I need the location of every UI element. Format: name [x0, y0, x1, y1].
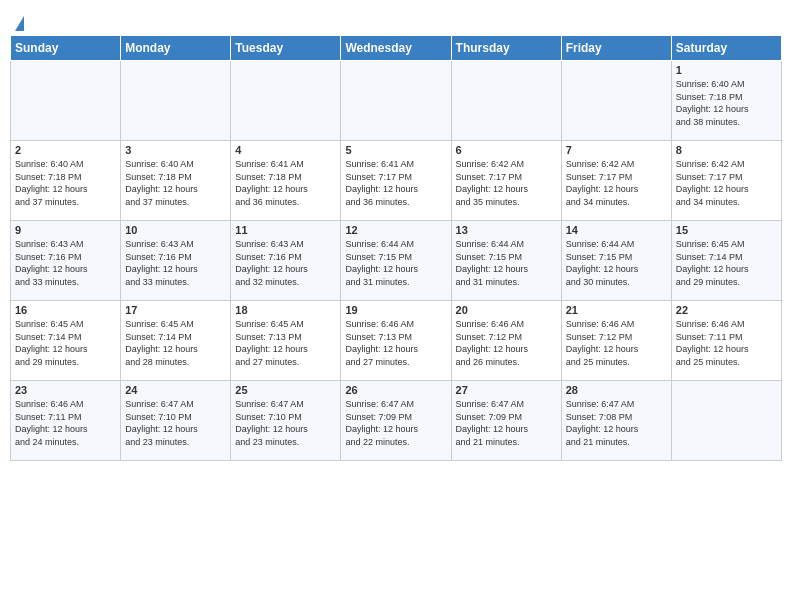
- calendar-cell: 19Sunrise: 6:46 AM Sunset: 7:13 PM Dayli…: [341, 301, 451, 381]
- cell-sun-info: Sunrise: 6:41 AM Sunset: 7:17 PM Dayligh…: [345, 158, 446, 208]
- day-number: 18: [235, 304, 336, 316]
- cell-sun-info: Sunrise: 6:42 AM Sunset: 7:17 PM Dayligh…: [676, 158, 777, 208]
- cell-sun-info: Sunrise: 6:43 AM Sunset: 7:16 PM Dayligh…: [125, 238, 226, 288]
- cell-sun-info: Sunrise: 6:46 AM Sunset: 7:11 PM Dayligh…: [15, 398, 116, 448]
- cell-sun-info: Sunrise: 6:47 AM Sunset: 7:09 PM Dayligh…: [456, 398, 557, 448]
- calendar-cell: 20Sunrise: 6:46 AM Sunset: 7:12 PM Dayli…: [451, 301, 561, 381]
- calendar-cell: 21Sunrise: 6:46 AM Sunset: 7:12 PM Dayli…: [561, 301, 671, 381]
- calendar-week-row: 16Sunrise: 6:45 AM Sunset: 7:14 PM Dayli…: [11, 301, 782, 381]
- day-header-monday: Monday: [121, 36, 231, 61]
- calendar-cell: 5Sunrise: 6:41 AM Sunset: 7:17 PM Daylig…: [341, 141, 451, 221]
- day-number: 7: [566, 144, 667, 156]
- day-number: 19: [345, 304, 446, 316]
- day-number: 8: [676, 144, 777, 156]
- cell-sun-info: Sunrise: 6:46 AM Sunset: 7:12 PM Dayligh…: [566, 318, 667, 368]
- calendar-cell: [11, 61, 121, 141]
- cell-sun-info: Sunrise: 6:45 AM Sunset: 7:14 PM Dayligh…: [676, 238, 777, 288]
- day-number: 26: [345, 384, 446, 396]
- calendar-cell: 25Sunrise: 6:47 AM Sunset: 7:10 PM Dayli…: [231, 381, 341, 461]
- day-number: 12: [345, 224, 446, 236]
- calendar-cell: 27Sunrise: 6:47 AM Sunset: 7:09 PM Dayli…: [451, 381, 561, 461]
- cell-sun-info: Sunrise: 6:44 AM Sunset: 7:15 PM Dayligh…: [566, 238, 667, 288]
- calendar-header-row: SundayMondayTuesdayWednesdayThursdayFrid…: [11, 36, 782, 61]
- calendar-cell: 22Sunrise: 6:46 AM Sunset: 7:11 PM Dayli…: [671, 301, 781, 381]
- logo-triangle-icon: [15, 16, 24, 31]
- calendar-cell: 11Sunrise: 6:43 AM Sunset: 7:16 PM Dayli…: [231, 221, 341, 301]
- day-number: 20: [456, 304, 557, 316]
- day-number: 15: [676, 224, 777, 236]
- calendar-cell: [121, 61, 231, 141]
- calendar-cell: 26Sunrise: 6:47 AM Sunset: 7:09 PM Dayli…: [341, 381, 451, 461]
- calendar-cell: 8Sunrise: 6:42 AM Sunset: 7:17 PM Daylig…: [671, 141, 781, 221]
- calendar-cell: 9Sunrise: 6:43 AM Sunset: 7:16 PM Daylig…: [11, 221, 121, 301]
- cell-sun-info: Sunrise: 6:44 AM Sunset: 7:15 PM Dayligh…: [345, 238, 446, 288]
- calendar-cell: 10Sunrise: 6:43 AM Sunset: 7:16 PM Dayli…: [121, 221, 231, 301]
- day-number: 24: [125, 384, 226, 396]
- calendar-cell: 28Sunrise: 6:47 AM Sunset: 7:08 PM Dayli…: [561, 381, 671, 461]
- cell-sun-info: Sunrise: 6:42 AM Sunset: 7:17 PM Dayligh…: [456, 158, 557, 208]
- calendar-cell: 7Sunrise: 6:42 AM Sunset: 7:17 PM Daylig…: [561, 141, 671, 221]
- calendar-week-row: 2Sunrise: 6:40 AM Sunset: 7:18 PM Daylig…: [11, 141, 782, 221]
- calendar-cell: [671, 381, 781, 461]
- cell-sun-info: Sunrise: 6:44 AM Sunset: 7:15 PM Dayligh…: [456, 238, 557, 288]
- day-number: 4: [235, 144, 336, 156]
- calendar-cell: [561, 61, 671, 141]
- calendar-table: SundayMondayTuesdayWednesdayThursdayFrid…: [10, 35, 782, 461]
- cell-sun-info: Sunrise: 6:45 AM Sunset: 7:14 PM Dayligh…: [125, 318, 226, 368]
- day-number: 21: [566, 304, 667, 316]
- day-header-sunday: Sunday: [11, 36, 121, 61]
- cell-sun-info: Sunrise: 6:45 AM Sunset: 7:14 PM Dayligh…: [15, 318, 116, 368]
- calendar-cell: 13Sunrise: 6:44 AM Sunset: 7:15 PM Dayli…: [451, 221, 561, 301]
- calendar-week-row: 1Sunrise: 6:40 AM Sunset: 7:18 PM Daylig…: [11, 61, 782, 141]
- calendar-cell: 24Sunrise: 6:47 AM Sunset: 7:10 PM Dayli…: [121, 381, 231, 461]
- cell-sun-info: Sunrise: 6:45 AM Sunset: 7:13 PM Dayligh…: [235, 318, 336, 368]
- calendar-cell: 16Sunrise: 6:45 AM Sunset: 7:14 PM Dayli…: [11, 301, 121, 381]
- calendar-cell: 18Sunrise: 6:45 AM Sunset: 7:13 PM Dayli…: [231, 301, 341, 381]
- cell-sun-info: Sunrise: 6:41 AM Sunset: 7:18 PM Dayligh…: [235, 158, 336, 208]
- cell-sun-info: Sunrise: 6:40 AM Sunset: 7:18 PM Dayligh…: [125, 158, 226, 208]
- cell-sun-info: Sunrise: 6:43 AM Sunset: 7:16 PM Dayligh…: [235, 238, 336, 288]
- cell-sun-info: Sunrise: 6:47 AM Sunset: 7:10 PM Dayligh…: [235, 398, 336, 448]
- day-number: 9: [15, 224, 116, 236]
- day-number: 1: [676, 64, 777, 76]
- cell-sun-info: Sunrise: 6:46 AM Sunset: 7:11 PM Dayligh…: [676, 318, 777, 368]
- calendar-cell: 14Sunrise: 6:44 AM Sunset: 7:15 PM Dayli…: [561, 221, 671, 301]
- day-number: 23: [15, 384, 116, 396]
- day-number: 11: [235, 224, 336, 236]
- calendar-cell: 15Sunrise: 6:45 AM Sunset: 7:14 PM Dayli…: [671, 221, 781, 301]
- day-number: 27: [456, 384, 557, 396]
- cell-sun-info: Sunrise: 6:47 AM Sunset: 7:09 PM Dayligh…: [345, 398, 446, 448]
- logo: [14, 16, 24, 31]
- day-number: 17: [125, 304, 226, 316]
- cell-sun-info: Sunrise: 6:46 AM Sunset: 7:13 PM Dayligh…: [345, 318, 446, 368]
- day-number: 14: [566, 224, 667, 236]
- calendar-cell: 3Sunrise: 6:40 AM Sunset: 7:18 PM Daylig…: [121, 141, 231, 221]
- calendar-cell: 6Sunrise: 6:42 AM Sunset: 7:17 PM Daylig…: [451, 141, 561, 221]
- day-number: 10: [125, 224, 226, 236]
- day-number: 2: [15, 144, 116, 156]
- day-number: 16: [15, 304, 116, 316]
- day-header-friday: Friday: [561, 36, 671, 61]
- calendar-cell: [341, 61, 451, 141]
- day-number: 28: [566, 384, 667, 396]
- cell-sun-info: Sunrise: 6:40 AM Sunset: 7:18 PM Dayligh…: [676, 78, 777, 128]
- day-header-tuesday: Tuesday: [231, 36, 341, 61]
- day-header-thursday: Thursday: [451, 36, 561, 61]
- calendar-week-row: 23Sunrise: 6:46 AM Sunset: 7:11 PM Dayli…: [11, 381, 782, 461]
- calendar-cell: 2Sunrise: 6:40 AM Sunset: 7:18 PM Daylig…: [11, 141, 121, 221]
- day-number: 25: [235, 384, 336, 396]
- page-header: [10, 10, 782, 31]
- cell-sun-info: Sunrise: 6:43 AM Sunset: 7:16 PM Dayligh…: [15, 238, 116, 288]
- calendar-cell: 17Sunrise: 6:45 AM Sunset: 7:14 PM Dayli…: [121, 301, 231, 381]
- day-number: 3: [125, 144, 226, 156]
- cell-sun-info: Sunrise: 6:42 AM Sunset: 7:17 PM Dayligh…: [566, 158, 667, 208]
- calendar-cell: 1Sunrise: 6:40 AM Sunset: 7:18 PM Daylig…: [671, 61, 781, 141]
- day-header-wednesday: Wednesday: [341, 36, 451, 61]
- calendar-cell: [451, 61, 561, 141]
- day-number: 5: [345, 144, 446, 156]
- cell-sun-info: Sunrise: 6:46 AM Sunset: 7:12 PM Dayligh…: [456, 318, 557, 368]
- day-number: 22: [676, 304, 777, 316]
- cell-sun-info: Sunrise: 6:40 AM Sunset: 7:18 PM Dayligh…: [15, 158, 116, 208]
- day-header-saturday: Saturday: [671, 36, 781, 61]
- calendar-cell: 12Sunrise: 6:44 AM Sunset: 7:15 PM Dayli…: [341, 221, 451, 301]
